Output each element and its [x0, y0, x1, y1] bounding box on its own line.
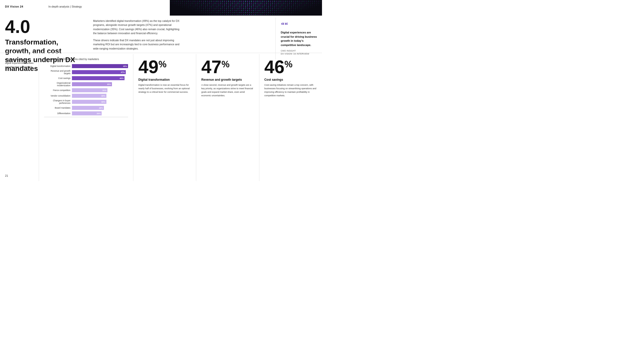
svg-point-269 [224, 6, 225, 7]
svg-point-194 [234, 5, 235, 6]
svg-point-63 [289, 1, 290, 2]
svg-point-201 [247, 5, 248, 6]
svg-point-308 [299, 6, 300, 7]
svg-point-192 [230, 5, 231, 6]
svg-point-622 [287, 14, 288, 15]
svg-point-350 [226, 8, 227, 9]
svg-point-442 [249, 10, 250, 11]
svg-point-137 [277, 3, 278, 4]
svg-point-586 [218, 14, 219, 15]
svg-point-92 [191, 3, 192, 4]
svg-point-230 [302, 5, 303, 6]
svg-point-513 [232, 12, 233, 13]
svg-point-422 [211, 10, 212, 11]
svg-point-189 [224, 5, 225, 6]
svg-point-382 [287, 8, 288, 9]
svg-point-158 [318, 3, 319, 4]
svg-point-470 [302, 10, 303, 11]
svg-point-617 [277, 14, 278, 15]
svg-point-135 [274, 3, 275, 4]
svg-point-181 [209, 5, 210, 6]
svg-point-148 [299, 3, 300, 4]
svg-point-82 [172, 3, 173, 4]
svg-point-41 [247, 1, 248, 2]
svg-point-452 [268, 10, 269, 11]
svg-point-90 [188, 3, 189, 4]
svg-point-464 [291, 10, 292, 11]
svg-point-219 [281, 5, 283, 6]
svg-point-213 [270, 5, 271, 6]
svg-point-336 [199, 8, 200, 9]
svg-point-83 [174, 3, 175, 4]
svg-point-542 [287, 12, 288, 13]
svg-point-165 [178, 5, 179, 6]
svg-point-420 [207, 10, 208, 11]
svg-point-531 [266, 12, 267, 13]
chart-bar-label: Differentiation [44, 112, 70, 115]
svg-point-247 [182, 6, 183, 7]
chart-section: Top catalysts for DX programs cited by m… [39, 54, 133, 181]
svg-point-110 [226, 3, 227, 4]
chart-row: Fierce competition31% [44, 88, 128, 92]
svg-point-234 [310, 5, 311, 6]
svg-point-447 [258, 10, 259, 11]
page-number: 21 [5, 174, 8, 177]
svg-point-301 [285, 6, 286, 7]
bar-value-label: 35% [107, 83, 111, 85]
svg-point-67 [297, 1, 298, 2]
svg-point-415 [197, 10, 198, 11]
svg-point-368 [260, 8, 261, 9]
svg-point-606 [257, 14, 258, 15]
svg-point-466 [295, 10, 296, 11]
svg-point-503 [213, 12, 214, 13]
svg-point-68 [299, 1, 300, 2]
svg-point-28 [222, 1, 223, 2]
svg-point-588 [222, 14, 223, 15]
svg-point-30 [226, 1, 227, 2]
svg-point-70 [302, 1, 303, 2]
svg-point-330 [188, 8, 189, 9]
svg-point-268 [222, 6, 223, 7]
svg-point-596 [237, 14, 238, 15]
svg-point-220 [283, 5, 284, 6]
svg-point-284 [253, 6, 254, 7]
svg-point-388 [299, 8, 300, 9]
svg-point-341 [209, 8, 210, 9]
svg-point-270 [226, 6, 227, 7]
svg-point-315 [312, 6, 313, 7]
svg-point-209 [262, 5, 263, 6]
svg-point-295 [274, 6, 275, 7]
svg-point-59 [281, 1, 283, 2]
svg-point-217 [277, 5, 278, 6]
svg-point-436 [237, 10, 238, 11]
svg-point-292 [268, 6, 269, 7]
svg-point-390 [302, 8, 303, 9]
bar-container: 35% [72, 82, 128, 86]
svg-point-619 [281, 14, 283, 15]
bar-fill: 26% [72, 111, 102, 115]
svg-point-38 [241, 1, 242, 2]
svg-point-343 [213, 8, 214, 9]
svg-point-144 [291, 3, 292, 4]
svg-point-281 [247, 6, 248, 7]
svg-point-598 [241, 14, 242, 15]
svg-point-224 [291, 5, 292, 6]
svg-point-216 [276, 5, 277, 6]
svg-point-103 [213, 3, 214, 4]
svg-point-530 [264, 12, 265, 13]
svg-point-620 [283, 14, 284, 15]
svg-point-517 [239, 12, 240, 13]
svg-point-129 [262, 3, 263, 4]
svg-point-311 [304, 6, 305, 7]
svg-point-349 [224, 8, 225, 9]
svg-point-518 [241, 12, 242, 13]
svg-point-500 [207, 12, 208, 13]
svg-point-88 [184, 3, 185, 4]
body-paragraph-2: These drivers indicate that DX mandates … [93, 38, 181, 51]
svg-point-77 [316, 1, 317, 2]
svg-point-296 [276, 6, 277, 7]
svg-point-156 [314, 3, 315, 4]
svg-point-208 [260, 5, 261, 6]
svg-point-162 [172, 5, 173, 6]
svg-point-374 [272, 8, 273, 9]
